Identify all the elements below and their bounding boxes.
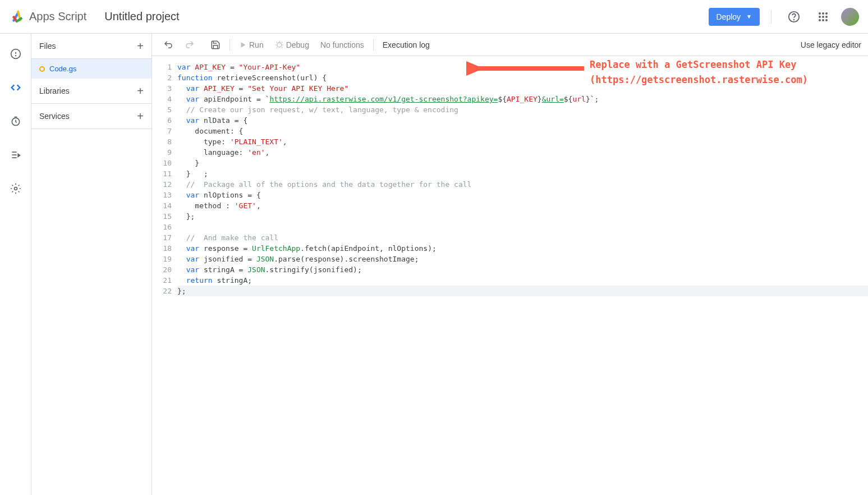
- function-selector[interactable]: No functions: [316, 37, 369, 53]
- apps-grid-icon[interactable]: [812, 6, 834, 28]
- svg-point-3: [822, 12, 824, 15]
- executions-icon[interactable]: [4, 144, 27, 166]
- debug-label: Debug: [286, 40, 309, 49]
- svg-line-24: [282, 42, 282, 42]
- deploy-label: Deploy: [717, 12, 741, 21]
- svg-point-8: [819, 19, 821, 21]
- svg-point-5: [819, 16, 821, 18]
- triggers-icon[interactable]: [4, 110, 27, 132]
- svg-marker-20: [241, 42, 246, 47]
- divider: [771, 10, 771, 24]
- divider: [229, 39, 230, 51]
- debug-button[interactable]: Debug: [270, 37, 314, 53]
- libraries-section: Libraries +: [31, 79, 151, 104]
- svg-point-6: [822, 16, 824, 18]
- logo: Apps Script: [9, 9, 86, 25]
- save-icon[interactable]: [206, 36, 225, 53]
- file-status-icon: [39, 66, 45, 72]
- code-lines[interactable]: var API_KEY = "Your-API-Key"function ret…: [177, 62, 868, 495]
- svg-point-7: [825, 16, 828, 18]
- svg-line-27: [276, 47, 277, 48]
- svg-marker-18: [18, 154, 20, 157]
- svg-line-28: [282, 47, 282, 48]
- app-name: Apps Script: [29, 10, 86, 23]
- help-icon[interactable]: [783, 6, 805, 28]
- run-label: Run: [249, 40, 264, 49]
- svg-point-13: [15, 56, 16, 56]
- code-area[interactable]: 12345678910111213141516171819202122 var …: [152, 56, 868, 495]
- editor-toolbar: Run Debug No functions Execution log Use…: [152, 34, 868, 56]
- file-sidebar: Files + Code.gs Libraries + Services +: [31, 34, 152, 495]
- svg-line-23: [276, 42, 277, 42]
- services-label: Services: [39, 112, 70, 121]
- app-header: Apps Script Untitled project Deploy ▼: [0, 0, 868, 34]
- play-icon: [239, 41, 247, 49]
- svg-point-21: [277, 43, 282, 47]
- main: Files + Code.gs Libraries + Services + R…: [0, 34, 868, 495]
- svg-point-9: [822, 19, 824, 21]
- chevron-down-icon: ▼: [746, 13, 752, 20]
- svg-point-19: [14, 187, 17, 190]
- settings-icon[interactable]: [4, 177, 27, 200]
- overview-icon[interactable]: [4, 43, 27, 65]
- execution-log-label: Execution log: [383, 40, 430, 49]
- bug-icon: [275, 40, 284, 49]
- project-title[interactable]: Untitled project: [104, 10, 179, 23]
- files-label: Files: [39, 42, 56, 51]
- add-file-icon[interactable]: +: [137, 40, 144, 52]
- editor: Run Debug No functions Execution log Use…: [152, 34, 868, 495]
- svg-point-4: [825, 12, 828, 15]
- file-name: Code.gs: [49, 65, 76, 73]
- avatar[interactable]: [841, 8, 859, 26]
- services-section: Services +: [31, 104, 151, 129]
- add-service-icon[interactable]: +: [137, 111, 144, 122]
- no-functions-label: No functions: [320, 40, 364, 49]
- add-library-icon[interactable]: +: [137, 85, 144, 97]
- editor-icon[interactable]: [4, 76, 27, 99]
- apps-script-logo-icon: [9, 9, 25, 25]
- files-section: Files +: [31, 34, 151, 59]
- libraries-label: Libraries: [39, 86, 70, 95]
- line-gutter: 12345678910111213141516171819202122: [152, 62, 177, 495]
- run-button[interactable]: Run: [235, 37, 268, 53]
- execution-log-button[interactable]: Execution log: [378, 37, 434, 53]
- deploy-button[interactable]: Deploy ▼: [709, 8, 760, 26]
- file-item-code[interactable]: Code.gs: [31, 59, 151, 79]
- svg-point-1: [794, 19, 794, 20]
- undo-icon[interactable]: [159, 36, 178, 53]
- redo-icon[interactable]: [180, 36, 199, 53]
- svg-point-2: [819, 12, 821, 15]
- legacy-editor-link[interactable]: Use legacy editor: [801, 40, 861, 49]
- header-right: Deploy ▼: [709, 6, 860, 28]
- left-rail: [0, 34, 31, 495]
- divider: [373, 39, 374, 51]
- svg-point-10: [825, 19, 828, 21]
